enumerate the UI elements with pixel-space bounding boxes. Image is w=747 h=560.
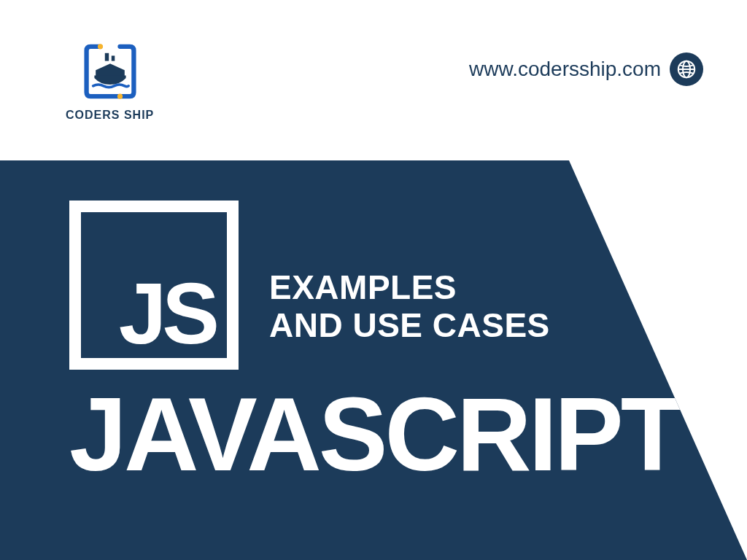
hero-panel: JS EXAMPLES AND USE CASES JAVASCRIPT xyxy=(0,160,747,560)
brand-logo: CODERS SHIP xyxy=(66,39,154,122)
svg-point-0 xyxy=(98,44,103,49)
url-text: www.codersship.com xyxy=(469,58,661,81)
js-logo-box: JS xyxy=(69,201,239,370)
website-url: www.codersship.com xyxy=(469,52,703,86)
hero-content: JS EXAMPLES AND USE CASES JAVASCRIPT xyxy=(69,201,681,486)
hero-top-row: JS EXAMPLES AND USE CASES xyxy=(69,201,681,370)
svg-rect-2 xyxy=(104,53,108,61)
ship-logo-icon xyxy=(77,39,143,104)
brand-name: CODERS SHIP xyxy=(66,109,154,122)
globe-icon xyxy=(670,52,703,86)
subtitle-line-2: AND USE CASES xyxy=(269,307,550,345)
svg-rect-3 xyxy=(111,55,115,61)
header: CODERS SHIP www.codersship.com xyxy=(0,0,747,160)
hero-title: JAVASCRIPT xyxy=(69,383,681,486)
js-logo-text: JS xyxy=(119,271,215,357)
svg-point-1 xyxy=(117,94,123,99)
subtitle-line-1: EXAMPLES xyxy=(269,269,550,307)
hero-subtitle: EXAMPLES AND USE CASES xyxy=(269,269,550,344)
